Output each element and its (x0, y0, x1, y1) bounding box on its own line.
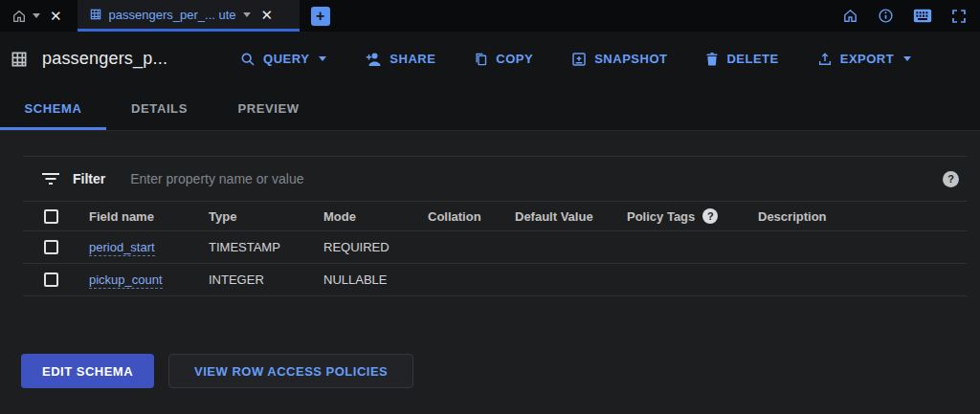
cell-type: INTEGER (209, 272, 323, 287)
new-tab-button[interactable]: + (311, 7, 330, 26)
resource-header: passengers_p... QUERY SHARE COPY SNAPS (0, 32, 980, 86)
filter-label: Filter (73, 171, 105, 186)
chevron-down-icon (903, 56, 911, 61)
browser-tab-strip: ✕ passengers_per_... ute ✕ + (0, 0, 980, 32)
header-actions: QUERY SHARE COPY SNAPSHOT DELETE (240, 52, 911, 67)
table-header-row: Field name Type Mode Collation Default V… (23, 201, 967, 231)
query-button[interactable]: QUERY (240, 52, 326, 67)
table-grid-icon (10, 50, 29, 69)
help-icon[interactable]: ? (943, 171, 959, 187)
tab-schema[interactable]: SCHEMA (0, 86, 106, 130)
column-header-collation: Collation (428, 209, 515, 224)
active-browser-tab[interactable]: passengers_per_... ute ✕ (78, 0, 300, 32)
tab-preview[interactable]: PREVIEW (212, 86, 324, 130)
row-checkbox[interactable] (44, 272, 58, 287)
chevron-down-icon[interactable] (33, 13, 40, 18)
keyboard-icon[interactable] (913, 9, 932, 23)
schema-panel: Filter ? Field name Type Mode Collation … (0, 131, 980, 414)
table-row: period_start TIMESTAMP REQUIRED (23, 231, 967, 264)
column-header-default-value: Default Value (515, 209, 627, 224)
cell-mode: REQUIRED (323, 240, 428, 254)
schema-table: Field name Type Mode Collation Default V… (23, 201, 967, 296)
footer-actions: EDIT SCHEMA VIEW ROW ACCESS POLICIES (21, 354, 413, 388)
view-tabs: SCHEMA DETAILS PREVIEW (0, 86, 980, 131)
tab-close-icon[interactable]: ✕ (257, 8, 278, 22)
cell-type: TIMESTAMP (209, 240, 323, 254)
tab-chevron-down-icon[interactable] (243, 12, 251, 17)
row-checkbox[interactable] (44, 240, 58, 254)
person-add-icon (365, 52, 382, 66)
filter-icon (42, 173, 59, 185)
fullscreen-icon[interactable] (951, 9, 967, 24)
delete-button[interactable]: DELETE (705, 52, 778, 67)
share-button[interactable]: SHARE (365, 52, 435, 66)
page-title: passengers_p... (42, 49, 167, 69)
column-header-policy-tags: Policy Tags ? (627, 208, 758, 224)
view-row-access-policies-button[interactable]: VIEW ROW ACCESS POLICIES (168, 354, 413, 388)
column-header-field-name: Field name (66, 209, 209, 224)
table-row: pickup_count INTEGER NULLABLE (23, 264, 967, 296)
filter-bar: Filter ? (23, 156, 967, 201)
home-icon[interactable] (11, 9, 27, 24)
help-icon[interactable]: ? (702, 208, 718, 224)
snapshot-icon (571, 52, 587, 67)
column-header-mode: Mode (323, 209, 428, 224)
field-name-link[interactable]: period_start (89, 240, 155, 256)
edit-schema-button[interactable]: EDIT SCHEMA (21, 354, 154, 388)
chevron-down-icon (319, 56, 326, 61)
home-icon[interactable] (842, 8, 858, 24)
export-icon (817, 52, 833, 67)
export-button[interactable]: EXPORT (817, 52, 911, 67)
select-all-checkbox[interactable] (44, 209, 58, 224)
tab-strip-left-controls: ✕ (0, 9, 66, 24)
copy-icon (474, 52, 488, 67)
filter-input[interactable] (130, 171, 943, 186)
column-header-type: Type (209, 209, 323, 224)
column-header-description: Description (758, 209, 967, 224)
field-name-link[interactable]: pickup_count (89, 272, 163, 289)
browser-tab-title: passengers_per_... ute (109, 8, 236, 22)
cell-mode: NULLABLE (323, 272, 428, 287)
copy-button[interactable]: COPY (474, 52, 533, 67)
table-grid-icon (89, 8, 102, 21)
trash-icon (705, 52, 719, 67)
tab-strip-right-controls (842, 8, 980, 24)
snapshot-button[interactable]: SNAPSHOT (571, 52, 667, 67)
tab-details[interactable]: DETAILS (106, 86, 212, 130)
info-icon[interactable] (878, 8, 894, 24)
close-icon[interactable]: ✕ (46, 9, 66, 23)
search-icon (240, 52, 256, 67)
